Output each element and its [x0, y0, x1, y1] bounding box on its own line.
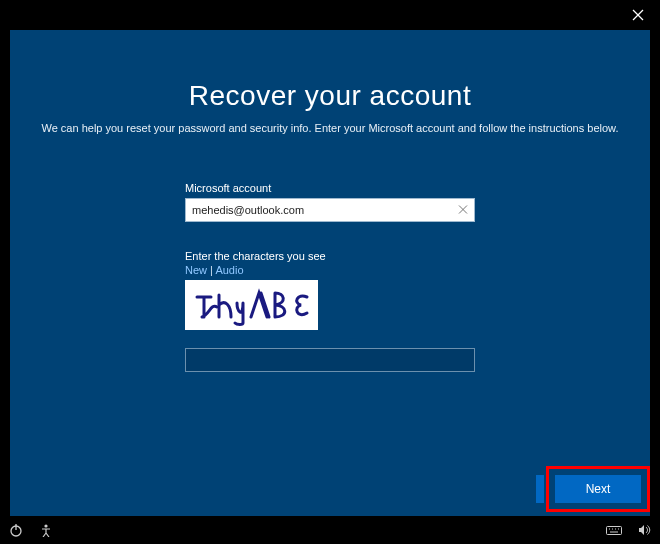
- next-highlight: Next: [546, 466, 650, 512]
- account-label: Microsoft account: [185, 182, 475, 194]
- close-button[interactable]: [624, 1, 652, 29]
- svg-rect-7: [607, 527, 622, 535]
- accessibility-icon[interactable]: [38, 522, 54, 538]
- account-input[interactable]: [185, 198, 475, 222]
- keyboard-icon[interactable]: [606, 522, 622, 538]
- taskbar: [0, 516, 660, 544]
- main-panel: Recover your account We can help you res…: [10, 30, 650, 516]
- volume-icon[interactable]: [636, 522, 652, 538]
- captcha-audio-link[interactable]: Audio: [215, 264, 243, 276]
- page-title: Recover your account: [10, 80, 650, 112]
- next-button[interactable]: Next: [555, 475, 641, 503]
- page-subtitle: We can help you reset your password and …: [10, 122, 650, 134]
- captcha-new-link[interactable]: New: [185, 264, 207, 276]
- captcha-image: [185, 280, 318, 330]
- captcha-input[interactable]: [185, 348, 475, 372]
- clear-input-icon[interactable]: [455, 203, 471, 218]
- prev-button-edge[interactable]: [536, 475, 544, 503]
- captcha-label: Enter the characters you see: [185, 250, 475, 262]
- power-icon[interactable]: [8, 522, 24, 538]
- svg-point-6: [44, 524, 47, 527]
